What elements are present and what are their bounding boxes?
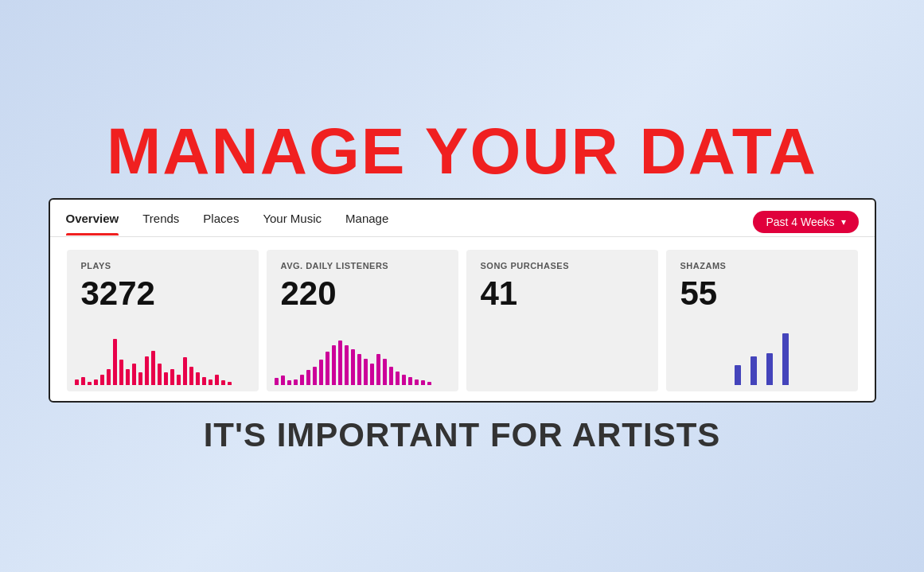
page-wrapper: MANAGE YOUR DATA Overview Trends Places … (25, 119, 900, 453)
stat-col-shazams: SHAZAMS 55 (662, 250, 862, 391)
bars-listeners (275, 328, 450, 385)
stat-top-plays: PLAYS 3272 (67, 250, 259, 320)
chevron-down-icon: ▾ (841, 216, 846, 228)
dashboard-card: Overview Trends Places Your Music Manage… (49, 198, 876, 403)
stat-top-shazams: SHAZAMS 55 (666, 250, 858, 320)
stat-top-listeners: AVG. DAILY LISTENERS 220 (267, 250, 458, 320)
stat-chart-purchases (466, 320, 658, 391)
date-filter-pill[interactable]: Past 4 Weeks ▾ (753, 211, 858, 233)
main-title: MANAGE YOUR DATA (25, 119, 900, 184)
stat-col-listeners: AVG. DAILY LISTENERS 220 (263, 250, 462, 391)
stat-chart-listeners (267, 320, 458, 391)
stat-chart-plays (67, 320, 259, 391)
tab-manage[interactable]: Manage (345, 212, 388, 235)
stats-grid: PLAYS 3272 (50, 237, 875, 391)
stat-label-shazams: SHAZAMS (680, 261, 844, 270)
stat-value-shazams: 55 (680, 275, 844, 312)
tab-trends[interactable]: Trends (142, 212, 179, 235)
stat-label-listeners: AVG. DAILY LISTENERS (281, 261, 444, 270)
stat-col-purchases: SONG PURCHASES 41 (462, 250, 662, 391)
stat-col-plays: PLAYS 3272 (63, 250, 263, 391)
bars-plays (75, 328, 251, 385)
subtitle: IT'S IMPORTANT FOR ARTISTS (204, 417, 721, 453)
tabs-bar: Overview Trends Places Your Music Manage… (50, 200, 875, 237)
stat-label-purchases: SONG PURCHASES (481, 261, 644, 270)
tabs-left: Overview Trends Places Your Music Manage (66, 212, 389, 235)
stat-value-listeners: 220 (281, 275, 444, 312)
stat-value-plays: 3272 (81, 275, 244, 312)
stat-top-purchases: SONG PURCHASES 41 (466, 250, 658, 320)
tab-your-music[interactable]: Your Music (263, 212, 322, 235)
tab-overview[interactable]: Overview (66, 212, 119, 235)
bars-shazams (674, 328, 850, 385)
stat-value-purchases: 41 (481, 275, 644, 312)
date-filter-label: Past 4 Weeks (766, 216, 834, 228)
stat-label-plays: PLAYS (81, 261, 244, 270)
tab-places[interactable]: Places (203, 212, 239, 235)
stat-chart-shazams (666, 320, 858, 391)
